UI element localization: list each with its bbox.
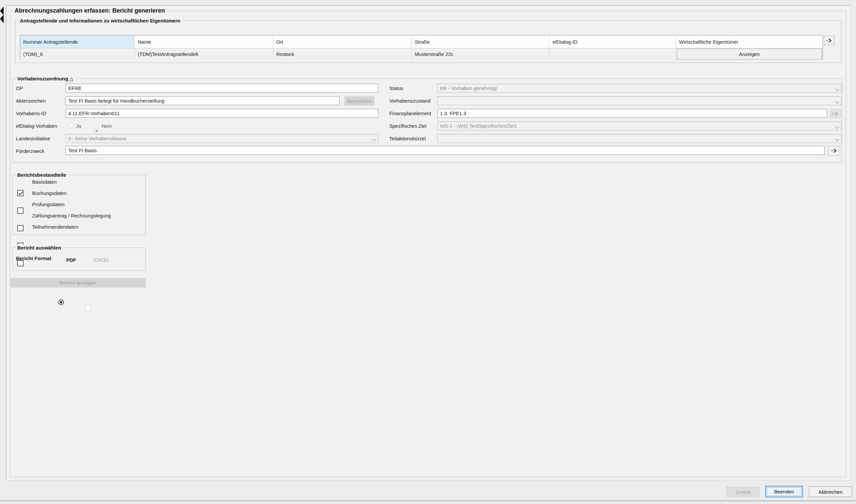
- bericht-format-label: Bericht Format: [16, 255, 51, 261]
- pruefungsdaten-checkbox[interactable]: [17, 225, 23, 231]
- column-header-nummer[interactable]: Nummer Antragstellende: [20, 35, 135, 48]
- pruefungsdaten-label: Prüfungsdaten: [32, 201, 65, 207]
- vorhabenszustand-label: Vorhabenszustand: [389, 98, 430, 104]
- finanzplanelement-open-button[interactable]: [830, 109, 841, 118]
- foerderzweck-label: Förderzweck: [16, 148, 45, 154]
- table-row[interactable]: (TDM)_6 (TDM)TestAntragstellende6 Rostoc…: [20, 48, 823, 60]
- page-title: Abrechnungszahlungen erfassen: Bericht g…: [13, 7, 167, 14]
- spezifisches-ziel-select[interactable]: WS-1 - (WS) TestSpezifischesZiel1: [437, 122, 841, 130]
- vorhaben-group-title-text: Vorhabenszuordnung: [17, 76, 68, 82]
- arrow-left-icon: [0, 6, 4, 15]
- teilaktionskuerzel-label: Teilaktionskürzel: [389, 136, 426, 141]
- anzeigen-button[interactable]: Anzeigen: [677, 49, 822, 59]
- spezifisches-ziel-label: Spezifisches Ziel: [389, 123, 427, 129]
- buchungsdaten-label: Buchungsdaten: [32, 190, 67, 196]
- arrow-left-icon: [0, 15, 4, 23]
- landesinitiative-label: Landesinitiative: [16, 136, 50, 141]
- cell-name: (TDM)TestAntragstellende6: [135, 48, 273, 60]
- column-header-efdialog-id[interactable]: efDialog-ID: [550, 35, 676, 48]
- window-bottom-edge: [0, 500, 856, 501]
- report-generation-dialog: { "header": { "title": "Abrechnungszahlu…: [0, 0, 856, 504]
- efdialog-ja-radio[interactable]: [68, 123, 73, 128]
- chevron-down-icon: [835, 137, 839, 141]
- table-header-row: Nummer Antragstellende Name Ort Straße e…: [20, 35, 823, 48]
- column-header-wirtschaftliche-eigentuemer[interactable]: Wirtschaftliche Eigentümer: [676, 35, 823, 48]
- chevron-down-icon: [835, 86, 839, 91]
- status-label: Status: [389, 85, 404, 91]
- aktenzeichen-input[interactable]: Test FI Basis belegt für Handbucherstell…: [66, 96, 340, 105]
- vorhabens-id-label: Vorhabens-ID: [16, 110, 46, 116]
- spezifisches-ziel-value: WS-1 - (WS) TestSpezifischesZiel1: [440, 123, 517, 129]
- efdialog-nein-label: Nein: [102, 123, 112, 129]
- teilaktionskuerzel-select[interactable]: [437, 134, 841, 143]
- splitter-collapse-icon[interactable]: [0, 6, 4, 23]
- status-value: BB - Vorhaben genehmigt: [440, 85, 497, 91]
- teilnehmendendaten-label: Teilnehmendendaten: [32, 224, 78, 230]
- arrow-right-icon: [826, 38, 833, 43]
- cell-wirtschaftliche-eigentuemer: Anzeigen: [676, 48, 823, 60]
- bericht-anzeigen-button[interactable]: Bericht anzeigen: [10, 278, 146, 288]
- vorhabenszustand-select[interactable]: [437, 96, 841, 105]
- pdf-radio[interactable]: [58, 300, 64, 305]
- foerderzweck-open-button[interactable]: [828, 146, 840, 156]
- arrow-right-icon: [832, 111, 839, 116]
- collapse-triangle-icon[interactable]: △: [70, 76, 73, 82]
- berichtsbestandteile-group-title: Berichtsbestandteile: [16, 172, 68, 178]
- efdialog-nein-radio[interactable]: [94, 128, 99, 134]
- berechnen-button[interactable]: Berechnen: [344, 96, 374, 106]
- cell-ort: Rostock: [273, 48, 412, 60]
- chevron-down-icon: [371, 137, 376, 141]
- pdf-label: PDF: [66, 257, 76, 263]
- efdialog-ja-label: Ja: [76, 123, 81, 129]
- vorhabens-id-input[interactable]: 4.11.EFR-Vorhaben011: [66, 109, 378, 118]
- basisdaten-label: Basisdaten: [32, 179, 57, 185]
- status-select[interactable]: BB - Vorhaben genehmigt: [437, 84, 841, 93]
- buchungsdaten-checkbox[interactable]: [17, 208, 23, 214]
- arrow-right-icon: [831, 149, 837, 153]
- zahlungsantrag-label: Zahlungsantrag / Rechnungslegung: [32, 213, 111, 218]
- basisdaten-checkbox[interactable]: [17, 190, 23, 196]
- column-header-ort[interactable]: Ort: [273, 35, 412, 48]
- chevron-down-icon: [835, 99, 839, 104]
- landesinitiative-value: 0 - keine Vorhabensklasse: [68, 136, 126, 141]
- foerderzweck-input[interactable]: Test FI Basis: [66, 146, 825, 155]
- efdialog-vorhaben-label: efDialog-Vorhaben: [16, 123, 57, 129]
- excel-label: EXCEL: [94, 257, 110, 263]
- column-header-name[interactable]: Name: [135, 35, 273, 48]
- cell-efdialog-id: [550, 48, 676, 60]
- finanzplanelement-label: Finanzplanelement: [389, 110, 431, 116]
- beenden-button[interactable]: Beenden: [765, 486, 803, 498]
- applicant-group-title: Antragstellende und Informationen zu wir…: [18, 18, 182, 24]
- landesinitiative-select[interactable]: 0 - keine Vorhabensklasse: [66, 134, 378, 143]
- aktenzeichen-label: Aktenzeichen: [16, 98, 46, 104]
- op-input[interactable]: EFRE: [66, 84, 378, 93]
- zurueck-button[interactable]: Zurück: [726, 486, 759, 497]
- op-label: OP: [16, 85, 23, 91]
- finanzplanelement-input[interactable]: 1.3. FPE1.3: [437, 109, 827, 118]
- column-header-strasse[interactable]: Straße: [412, 35, 550, 48]
- cell-nummer: (TDM)_6: [20, 48, 135, 60]
- abbrechen-button[interactable]: Abbrechen: [809, 486, 852, 497]
- excel-radio[interactable]: [85, 305, 91, 311]
- applicant-table: Nummer Antragstellende Name Ort Straße e…: [20, 35, 823, 60]
- chevron-down-icon: [835, 124, 839, 129]
- cell-strasse: Musterstraße 22c: [412, 48, 550, 60]
- open-applicant-button[interactable]: [824, 36, 835, 45]
- vorhaben-group-title: Vorhabenszuordnung △: [16, 75, 75, 82]
- bericht-auswaehlen-group-title: Bericht auswählen: [16, 245, 63, 251]
